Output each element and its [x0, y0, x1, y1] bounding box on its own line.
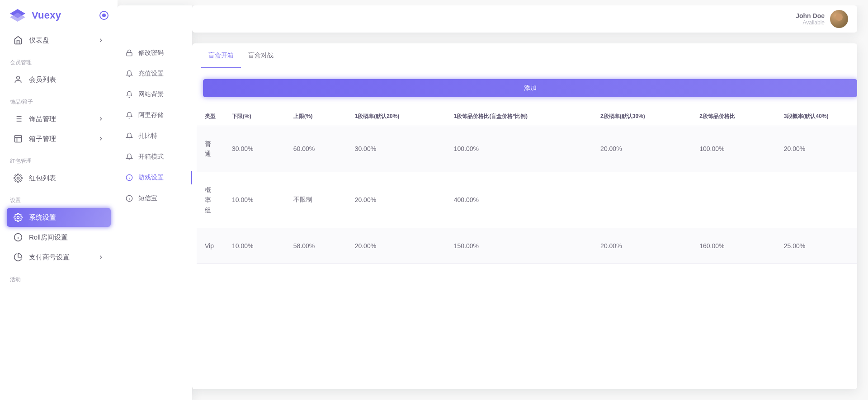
bell-icon — [126, 112, 133, 119]
cell: 30.00% — [347, 126, 446, 172]
cell: 20.00% — [592, 228, 691, 264]
nav-label: 支付商号设置 — [29, 253, 98, 262]
cell: 10.00% — [224, 172, 285, 228]
sub-openbox-mode[interactable]: 开箱模式 — [118, 146, 192, 167]
pie-chart-icon — [14, 253, 23, 262]
th-upper: 上限(%) — [285, 107, 347, 126]
sub-label: 充值设置 — [138, 70, 164, 78]
sidebar-header: Vuexy — [0, 0, 118, 31]
cell: Vip — [197, 228, 224, 264]
cell: 160.00% — [691, 228, 776, 264]
svg-point-11 — [17, 216, 19, 219]
add-button[interactable]: 添加 — [203, 79, 857, 97]
avatar — [830, 10, 848, 28]
sub-recharge[interactable]: 充值设置 — [118, 63, 192, 84]
bell-icon — [126, 153, 133, 160]
user-icon — [14, 75, 23, 84]
nav-label: 系统设置 — [29, 213, 104, 222]
table-row[interactable]: Vip 10.00% 58.00% 20.00% 150.00% 20.00% … — [197, 228, 857, 264]
cell: 100.00% — [691, 126, 776, 172]
sidebar-toggle-icon[interactable] — [99, 11, 108, 20]
cell: 20.00% — [347, 228, 446, 264]
settings-sub-sidebar: 修改密码 充值设置 网站背景 阿里存储 扎比特 开箱模式 — [118, 5, 192, 400]
chevron-right-icon — [98, 136, 104, 142]
gear-icon — [14, 174, 23, 183]
cell — [776, 172, 857, 228]
chevron-right-icon — [98, 116, 104, 122]
chevron-right-icon — [98, 37, 104, 43]
nav-redpacket-list[interactable]: 红包列表 — [7, 169, 111, 188]
nav-item-manage[interactable]: 饰品管理 — [7, 109, 111, 128]
nav-label: 会员列表 — [29, 75, 104, 84]
tabs: 盲盒开箱 盲盒对战 — [192, 43, 857, 68]
nav-member-list[interactable]: 会员列表 — [7, 70, 111, 89]
section-member: 会员管理 — [0, 51, 118, 70]
th-seg1-price: 1段饰品价格比(盲盒价格*比例) — [446, 107, 592, 126]
user-menu[interactable]: John Doe Available — [796, 10, 848, 28]
cell — [592, 172, 691, 228]
cell: 100.00% — [446, 126, 592, 172]
sub-zabite[interactable]: 扎比特 — [118, 126, 192, 146]
sub-game-settings[interactable]: 游戏设置 — [118, 167, 192, 188]
gear-icon — [14, 213, 23, 222]
cell: 20.00% — [592, 126, 691, 172]
nav-label: 箱子管理 — [29, 135, 98, 143]
info-icon — [126, 195, 133, 202]
sub-label: 修改密码 — [138, 49, 164, 57]
sub-label: 网站背景 — [138, 90, 164, 99]
nav-dashboard[interactable]: 仪表盘 — [7, 31, 111, 50]
lock-icon — [126, 49, 133, 56]
top-header: John Doe Available — [192, 5, 857, 33]
svg-rect-7 — [15, 136, 22, 142]
list-icon — [14, 114, 23, 123]
user-status: Available — [796, 19, 825, 26]
bell-icon — [126, 70, 133, 77]
cell: 10.00% — [224, 228, 285, 264]
cell: 不限制 — [285, 172, 347, 228]
sub-label: 开箱模式 — [138, 153, 164, 161]
cell: 400.00% — [446, 172, 592, 228]
sub-change-password[interactable]: 修改密码 — [118, 42, 192, 63]
home-icon — [14, 36, 23, 45]
cell: 概率组 — [197, 172, 224, 228]
cell: 60.00% — [285, 126, 347, 172]
sub-ali-storage[interactable]: 阿里存储 — [118, 105, 192, 126]
info-icon — [126, 174, 133, 181]
brand-logo-icon — [10, 9, 25, 22]
sub-label: 阿里存储 — [138, 111, 164, 119]
tab-blindbox-open[interactable]: 盲盒开箱 — [201, 43, 241, 68]
section-settings: 设置 — [0, 188, 118, 208]
sub-label: 扎比特 — [138, 132, 157, 140]
section-redpacket: 红包管理 — [0, 149, 118, 169]
cell: 普通 — [197, 126, 224, 172]
layout-icon — [14, 134, 23, 143]
cell: 20.00% — [347, 172, 446, 228]
brand[interactable]: Vuexy — [10, 9, 61, 22]
nav-roll-settings[interactable]: Roll房间设置 — [7, 228, 111, 247]
info-icon — [14, 233, 23, 242]
cell: 30.00% — [224, 126, 285, 172]
table-scroll[interactable]: 类型 下限(%) 上限(%) 1段概率(默认20%) 1段饰品价格比(盲盒价格*… — [192, 107, 857, 378]
section-items: 饰品/箱子 — [0, 90, 118, 109]
bell-icon — [126, 132, 133, 140]
cell: 150.00% — [446, 228, 592, 264]
content-card: 盲盒开箱 盲盒对战 添加 类型 下限(%) 上限(%) 1段概率(默 — [192, 43, 857, 389]
nav-payment-settings[interactable]: 支付商号设置 — [7, 248, 111, 267]
sub-website-bg[interactable]: 网站背景 — [118, 84, 192, 105]
cell: 20.00% — [776, 126, 857, 172]
table-row[interactable]: 普通 30.00% 60.00% 30.00% 100.00% 20.00% 1… — [197, 126, 857, 172]
tab-blindbox-battle[interactable]: 盲盒对战 — [241, 43, 281, 68]
nav-system-settings[interactable]: 系统设置 — [7, 208, 111, 227]
svg-rect-15 — [127, 52, 132, 56]
section-activity: 活动 — [0, 268, 118, 287]
table-row[interactable]: 概率组 10.00% 不限制 20.00% 400.00% — [197, 172, 857, 228]
th-lower: 下限(%) — [224, 107, 285, 126]
sub-sms[interactable]: 短信宝 — [118, 188, 192, 209]
cell: 25.00% — [776, 228, 857, 264]
svg-point-0 — [17, 76, 20, 80]
nav-box-manage[interactable]: 箱子管理 — [7, 129, 111, 148]
bell-icon — [126, 91, 133, 98]
cell: 58.00% — [285, 228, 347, 264]
brand-text: Vuexy — [32, 9, 61, 21]
user-name: John Doe — [796, 12, 825, 19]
